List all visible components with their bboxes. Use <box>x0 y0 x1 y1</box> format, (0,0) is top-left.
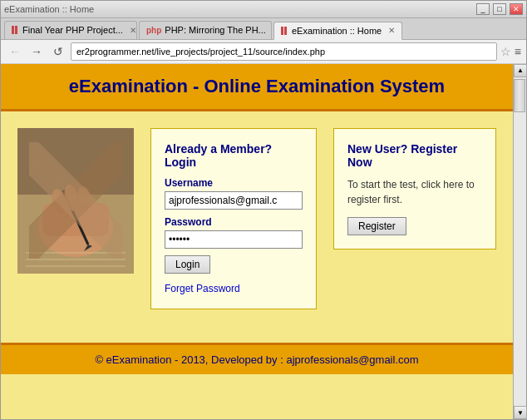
close-button[interactable]: ✕ <box>510 3 523 15</box>
tab1-label: Final Year PHP Project... <box>22 25 123 35</box>
username-input[interactable] <box>165 191 303 210</box>
login-button[interactable]: Login <box>165 255 210 274</box>
tab3-close[interactable]: ✕ <box>388 26 395 35</box>
svg-rect-0 <box>17 128 134 274</box>
scroll-down-button[interactable]: ▼ <box>514 406 527 419</box>
tab-2[interactable]: php PHP: Mirroring The PH... ✕ <box>139 21 272 39</box>
login-section: Already a Member? Login Username Passwor… <box>150 128 317 309</box>
page-inner: eExamination - Online Examination System <box>1 64 513 419</box>
tab1-close[interactable]: ✕ <box>130 26 136 35</box>
svg-marker-5 <box>84 245 92 251</box>
svg-rect-3 <box>42 203 109 236</box>
refresh-button[interactable]: ↺ <box>49 42 67 61</box>
footer-bar: © eExamination - 2013, Developed by : aj… <box>1 343 513 374</box>
register-title: New User? Register Now <box>347 142 482 169</box>
forget-password-link[interactable]: Forget Password <box>165 283 240 294</box>
browser-window: eExamination :: Home _ □ ✕ Final Year PH… <box>0 0 527 420</box>
menu-icon[interactable]: ≡ <box>515 45 521 58</box>
tab2-label: PHP: Mirroring The PH... <box>165 25 265 35</box>
tab2-icon: php <box>146 26 161 35</box>
tabs-bar: Final Year PHP Project... ✕ php PHP: Mir… <box>1 18 526 40</box>
scrollbar: ▲ ▼ <box>513 64 526 419</box>
register-section: New User? Register Now To start the test… <box>333 128 496 250</box>
svg-rect-1 <box>17 195 134 274</box>
tab-1[interactable]: Final Year PHP Project... ✕ <box>4 21 137 39</box>
minimize-button[interactable]: _ <box>476 3 490 15</box>
tab3-label: eExamination :: Home <box>292 26 382 36</box>
photo-image <box>17 128 134 274</box>
window-title: eExamination :: Home <box>4 4 94 14</box>
main-content: Already a Member? Login Username Passwor… <box>1 111 513 326</box>
tab-3[interactable]: eExamination :: Home ✕ <box>273 22 402 40</box>
scroll-thumb[interactable] <box>514 79 525 112</box>
forward-button[interactable]: → <box>27 42 46 61</box>
footer-text: © eExamination - 2013, Developed by : aj… <box>95 353 418 366</box>
nav-bar: ← → ↺ ☆ ≡ <box>1 40 526 64</box>
svg-point-8 <box>76 185 92 211</box>
photo-section <box>17 128 134 274</box>
page-title: eExamination - Online Examination System <box>69 76 445 96</box>
register-description: To start the test, click here to registe… <box>347 177 482 207</box>
register-button[interactable]: Register <box>347 217 406 235</box>
scroll-track[interactable] <box>514 77 526 406</box>
page-wrapper: eExamination - Online Examination System <box>1 64 526 419</box>
address-bar[interactable] <box>71 42 497 61</box>
password-label: Password <box>165 216 303 228</box>
tab3-icon <box>281 27 287 35</box>
login-title: Already a Member? Login <box>165 142 303 169</box>
back-button[interactable]: ← <box>6 42 24 61</box>
svg-point-2 <box>38 199 113 257</box>
window-controls: _ □ ✕ <box>476 3 523 15</box>
maximize-button[interactable]: □ <box>493 3 506 15</box>
username-label: Username <box>165 177 303 189</box>
title-bar: eExamination :: Home _ □ ✕ <box>1 1 526 18</box>
photo-svg <box>17 128 134 274</box>
scroll-up-button[interactable]: ▲ <box>514 64 527 77</box>
bookmark-icon[interactable]: ☆ <box>500 45 511 58</box>
tab1-icon <box>12 26 17 34</box>
svg-point-7 <box>62 183 80 211</box>
password-input[interactable] <box>165 230 303 249</box>
svg-line-4 <box>63 190 88 245</box>
svg-point-6 <box>49 187 68 215</box>
header-bar: eExamination - Online Examination System <box>1 64 513 111</box>
